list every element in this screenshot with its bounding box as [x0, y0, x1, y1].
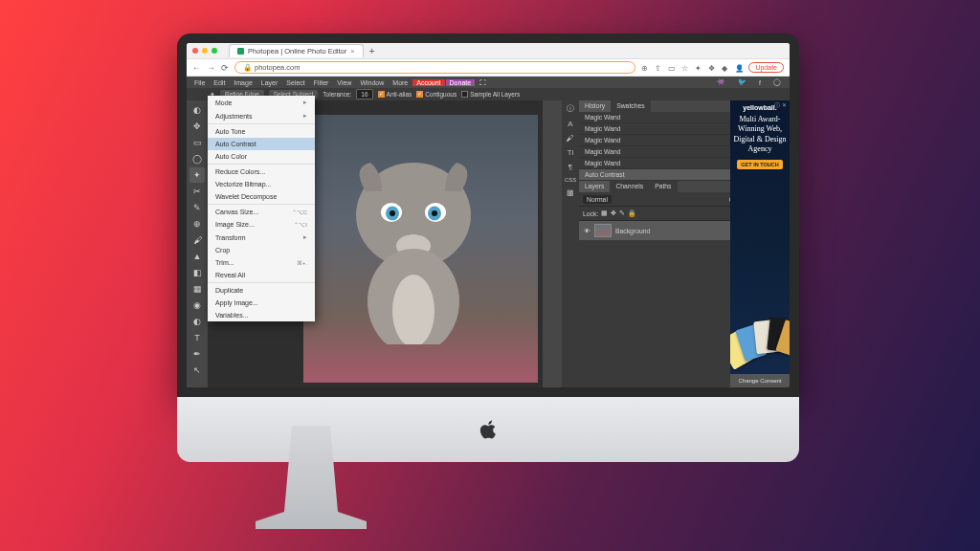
- menu-item[interactable]: Auto Tone: [208, 125, 315, 138]
- lock-label: Lock:: [583, 210, 598, 217]
- extension2-icon[interactable]: ❖: [708, 64, 716, 72]
- crop-tool-icon[interactable]: ✂: [189, 184, 205, 199]
- swatches-tab[interactable]: Swatches: [611, 100, 650, 112]
- marquee-tool-icon[interactable]: ▭: [189, 135, 205, 150]
- send-tab-icon[interactable]: ⇪: [655, 64, 662, 72]
- ad-close-icon[interactable]: ✕: [782, 101, 787, 110]
- paragraph-panel-icon[interactable]: Ti: [568, 148, 573, 157]
- dodge-tool-icon[interactable]: ◐: [189, 314, 205, 329]
- layer-visibility-icon[interactable]: 👁: [584, 228, 590, 234]
- menu-edit[interactable]: Edit: [210, 79, 229, 86]
- menu-layer[interactable]: Layer: [257, 79, 282, 86]
- extension3-icon[interactable]: ◆: [722, 64, 729, 72]
- eraser-tool-icon[interactable]: ◧: [189, 265, 205, 280]
- channels-tab[interactable]: Channels: [610, 181, 649, 192]
- sidebar-ad[interactable]: yellowball. Multi Award-Winning Web, Dig…: [730, 100, 790, 374]
- github-icon[interactable]: ◯: [769, 78, 785, 86]
- stamp-tool-icon[interactable]: ▲: [189, 249, 205, 264]
- magic-wand-tool-icon[interactable]: ✦: [189, 167, 205, 183]
- menu-item[interactable]: Duplicate: [208, 284, 315, 297]
- discord-icon[interactable]: 👾: [713, 78, 729, 86]
- tab-close-icon[interactable]: ×: [350, 47, 354, 55]
- ad-info-icon[interactable]: ⓘ: [774, 101, 780, 110]
- canvas-image[interactable]: [303, 115, 538, 383]
- blend-mode-select[interactable]: Normal: [583, 195, 612, 204]
- brush-panel-icon[interactable]: 🖌: [567, 134, 574, 143]
- history-tab[interactable]: History: [579, 100, 611, 112]
- lasso-tool-icon[interactable]: ◯: [189, 151, 205, 166]
- tolerance-input[interactable]: 16: [356, 89, 372, 99]
- contiguous-check[interactable]: Contiguous: [416, 91, 457, 99]
- menu-more[interactable]: More: [389, 79, 412, 86]
- browser-tab[interactable]: Photopea | Online Photo Editor ×: [229, 44, 364, 57]
- menu-donate[interactable]: Donate: [446, 79, 476, 86]
- menu-item[interactable]: Canvas Size...⌃⌥C: [208, 206, 315, 218]
- menu-item[interactable]: Trim...⌘+.: [208, 256, 315, 269]
- twitter-icon[interactable]: 🐦: [734, 78, 750, 86]
- forward-icon[interactable]: →: [207, 63, 215, 73]
- window-min-dot[interactable]: [202, 48, 208, 54]
- extension-icon[interactable]: ✦: [695, 64, 702, 72]
- move-tool-icon[interactable]: ✥: [189, 119, 205, 134]
- new-tab-button[interactable]: +: [369, 46, 375, 56]
- search-icon[interactable]: ⊕: [641, 64, 649, 72]
- lock-all-icon[interactable]: 🔒: [628, 209, 635, 217]
- lock-position-icon[interactable]: ✥: [611, 209, 616, 217]
- eyedropper-tool-icon[interactable]: ✎: [189, 200, 205, 215]
- menu-select[interactable]: Select: [282, 79, 308, 86]
- reload-icon[interactable]: ⟳: [221, 63, 229, 73]
- heal-tool-icon[interactable]: ⊕: [189, 216, 205, 231]
- character-panel-icon[interactable]: A: [568, 120, 572, 128]
- glyphs-panel-icon[interactable]: ¶: [568, 163, 572, 171]
- type-tool-icon[interactable]: T: [189, 330, 205, 345]
- window-max-dot[interactable]: [212, 48, 217, 54]
- color-fg-icon[interactable]: ◐: [189, 102, 205, 118]
- antialias-check[interactable]: Anti-alias: [378, 91, 412, 99]
- change-consent-button[interactable]: Change Consent: [730, 374, 790, 387]
- avatar-icon[interactable]: 👤: [735, 64, 743, 72]
- menu-item[interactable]: Crop: [208, 244, 315, 256]
- css-panel-icon[interactable]: CSS: [565, 177, 576, 183]
- reader-icon[interactable]: ▭: [668, 64, 676, 72]
- window-close-dot[interactable]: [192, 48, 198, 54]
- layer-panel-icon[interactable]: ▦: [567, 188, 574, 197]
- menu-item[interactable]: Image Size...⌃⌥I: [208, 218, 315, 231]
- menu-account[interactable]: Account: [412, 79, 444, 86]
- menu-item[interactable]: Auto Contrast: [208, 138, 315, 150]
- menu-item[interactable]: Mode▸: [208, 96, 315, 109]
- back-icon[interactable]: ←: [192, 63, 201, 73]
- info-panel-icon[interactable]: ⓘ: [567, 103, 574, 114]
- lock-pixels-icon[interactable]: ▦: [601, 209, 608, 217]
- menu-window[interactable]: Window: [356, 79, 388, 86]
- menu-view[interactable]: View: [333, 79, 355, 86]
- gradient-tool-icon[interactable]: ▦: [189, 281, 205, 297]
- facebook-icon[interactable]: f: [755, 79, 765, 86]
- pen-tool-icon[interactable]: ✒: [189, 346, 205, 362]
- update-button[interactable]: Update: [748, 62, 784, 73]
- svg-point-6: [432, 210, 437, 216]
- layers-tab[interactable]: Layers: [579, 181, 610, 192]
- layer-thumbnail[interactable]: [594, 224, 612, 237]
- lock-brush-icon[interactable]: ✎: [619, 209, 625, 217]
- sample-all-check[interactable]: Sample All Layers: [461, 91, 520, 99]
- path-tool-icon[interactable]: ↖: [189, 363, 205, 378]
- blur-tool-icon[interactable]: ◉: [189, 298, 205, 313]
- menu-item[interactable]: Variables...: [208, 309, 315, 321]
- ad-cta-button[interactable]: GET IN TOUCH: [737, 160, 782, 169]
- menu-item[interactable]: Transform▸: [208, 231, 315, 244]
- menu-item[interactable]: Auto Color: [208, 150, 315, 163]
- menu-item[interactable]: Wavelet Decompose: [208, 190, 315, 203]
- menu-item[interactable]: Apply Image...: [208, 297, 315, 309]
- menu-item[interactable]: Reveal All: [208, 269, 315, 281]
- menu-file[interactable]: File: [190, 79, 209, 86]
- menu-filter[interactable]: Filter: [310, 79, 333, 86]
- menu-item[interactable]: Adjustments▸: [208, 109, 315, 122]
- menu-item[interactable]: Vectorize Bitmap...: [208, 178, 315, 190]
- paths-tab[interactable]: Paths: [649, 181, 677, 192]
- menu-image[interactable]: Image: [230, 79, 256, 86]
- brush-tool-icon[interactable]: 🖌: [189, 232, 205, 248]
- url-input[interactable]: 🔒 photopea.com: [234, 61, 635, 74]
- fullscreen-icon[interactable]: ⛶: [476, 79, 490, 86]
- menu-item[interactable]: Reduce Colors...: [208, 165, 315, 178]
- bookmark-icon[interactable]: ☆: [681, 64, 689, 72]
